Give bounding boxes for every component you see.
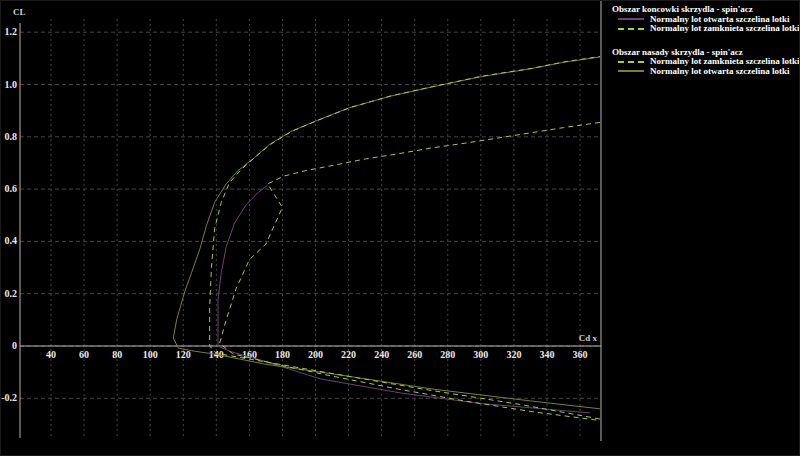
y-tick-label: 0.2: [5, 288, 18, 299]
x-tick-label: 40: [46, 349, 56, 360]
x-axis-title: Cd x: [579, 333, 598, 343]
y-tick-label: 1.2: [5, 26, 18, 37]
x-tick-label: 220: [341, 349, 356, 360]
line-swatch-icon: [618, 70, 644, 72]
y-tick-label: 0: [12, 340, 17, 351]
x-tick-label: 360: [573, 349, 588, 360]
x-tick-label: 280: [440, 349, 455, 360]
line-swatch-icon: [618, 61, 644, 63]
legend: Obszar koncowki skrzydla - spin'acz Norm…: [609, 2, 799, 76]
legend-item-label: Normalny lot otwarta szczelina lotki: [650, 67, 789, 77]
series-koncowki-zamknieta-szczelina: [220, 122, 600, 420]
x-tick-label: 200: [308, 349, 323, 360]
legend-group-wing-root: Obszar nasady skrzydla - spin'acz Normal…: [609, 48, 799, 77]
legend-group-wing-tip: Obszar koncowki skrzydla - spin'acz Norm…: [609, 5, 799, 34]
y-tick-label: -0.2: [1, 392, 17, 403]
y-axis-title: CL: [13, 7, 26, 17]
x-tick-label: 100: [143, 349, 158, 360]
series-koncowki-otwarta-szczelina: [218, 185, 590, 413]
x-tick-label: 180: [275, 349, 290, 360]
y-tick-label: 0.8: [5, 131, 18, 142]
x-tick-label: 60: [79, 349, 89, 360]
chart-window: 4060801001201401601802002202402602803003…: [0, 0, 800, 456]
line-swatch-icon: [618, 18, 644, 20]
x-tick-label: 300: [473, 349, 488, 360]
legend-item-label: Normalny lot zamknieta szczelina lotki: [650, 24, 799, 34]
line-swatch-icon: [618, 28, 644, 30]
x-tick-label: 320: [506, 349, 521, 360]
x-tick-label: 260: [407, 349, 422, 360]
legend-item: Normalny lot zamknieta szczelina lotki: [609, 24, 799, 34]
legend-item: Normalny lot otwarta szczelina lotki: [609, 67, 799, 77]
x-tick-label: 120: [176, 349, 191, 360]
x-tick-label: 80: [112, 349, 122, 360]
y-tick-label: 0.6: [5, 183, 18, 194]
x-tick-label: 240: [374, 349, 389, 360]
y-tick-label: 1.0: [5, 79, 18, 90]
y-tick-label: 0.4: [5, 235, 18, 246]
x-tick-label: 340: [539, 349, 554, 360]
